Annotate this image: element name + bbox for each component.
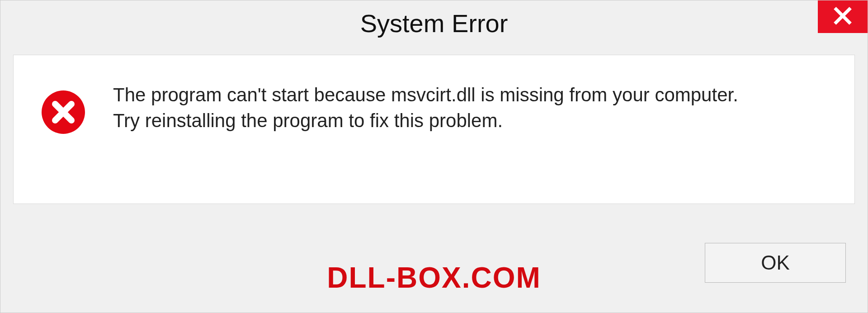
ok-button[interactable]: OK (705, 243, 846, 283)
error-dialog: System Error The program can't start bec… (0, 0, 868, 313)
content-panel: The program can't start because msvcirt.… (13, 55, 855, 204)
message-line-1: The program can't start because msvcirt.… (113, 82, 836, 108)
dialog-footer: DLL-BOX.COM OK (0, 231, 868, 313)
message-line-2: Try reinstalling the program to fix this… (113, 108, 836, 134)
message-block: The program can't start because msvcirt.… (113, 82, 836, 133)
branding-text: DLL-BOX.COM (327, 261, 541, 294)
close-icon (833, 6, 853, 28)
dialog-title: System Error (360, 9, 508, 38)
error-icon (41, 90, 86, 135)
close-button[interactable] (818, 0, 868, 33)
title-bar: System Error (0, 0, 868, 46)
